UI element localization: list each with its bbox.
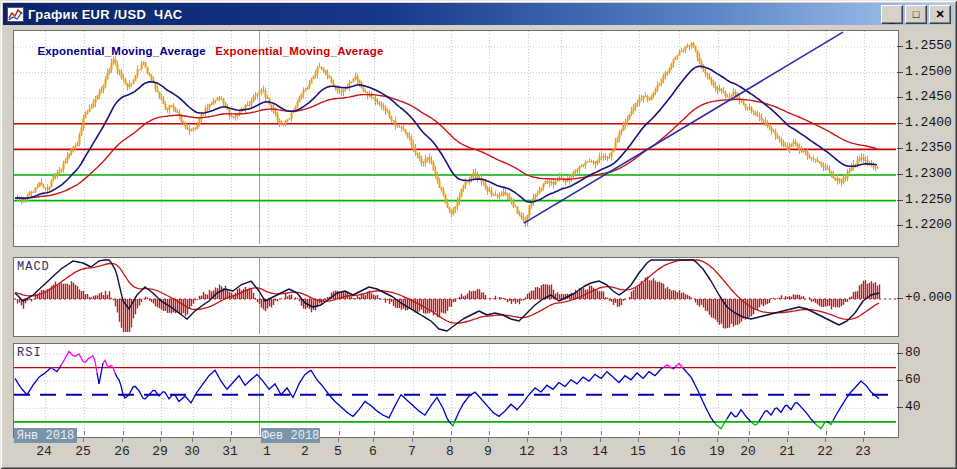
day-tick — [560, 437, 561, 442]
axis-tick-label: 60 — [905, 372, 921, 387]
rsi-label: RSI — [17, 346, 42, 360]
axis-tick — [897, 200, 903, 201]
day-label: 29 — [152, 444, 168, 459]
axis-tick — [897, 72, 903, 73]
day-label: 20 — [740, 444, 756, 459]
day-label: 14 — [592, 444, 608, 459]
axis-tick — [897, 380, 903, 381]
axis-tick-label: 40 — [905, 399, 921, 414]
day-label: 13 — [552, 444, 568, 459]
day-label: 23 — [855, 444, 871, 459]
day-tick — [748, 437, 749, 442]
axis-tick-label: 1.2400 — [905, 115, 952, 130]
axis-tick — [897, 46, 903, 47]
day-tick — [373, 437, 374, 442]
axis-tick-label: 1.2200 — [905, 217, 952, 232]
day-label: 2 — [301, 444, 309, 459]
day-label: 8 — [446, 444, 454, 459]
day-label: 15 — [630, 444, 646, 459]
axis-tick-label: 1.2350 — [905, 140, 952, 155]
day-tick — [825, 437, 826, 442]
day-label: 26 — [114, 444, 130, 459]
axis-tick — [897, 407, 903, 408]
chart-window: График EUR /USD ЧАС _ □ ✕ Exponential_Mo… — [0, 0, 957, 469]
axis-tick — [897, 148, 903, 149]
day-tick — [412, 437, 413, 442]
macd-label: MACD — [17, 260, 50, 274]
axis-tick — [897, 174, 903, 175]
day-label: 1 — [263, 444, 271, 459]
day-tick — [638, 437, 639, 442]
day-tick — [527, 437, 528, 442]
day-label: 5 — [334, 444, 342, 459]
axis-tick-label: 1.2550 — [905, 38, 952, 53]
day-tick — [717, 437, 718, 442]
day-label: 24 — [36, 444, 52, 459]
day-tick — [488, 437, 489, 442]
day-tick — [450, 437, 451, 442]
day-tick — [338, 437, 339, 442]
axis-tick-label: 1.2500 — [905, 64, 952, 79]
axis-tick — [897, 353, 903, 354]
axis-tick — [897, 298, 903, 299]
day-label: 7 — [408, 444, 416, 459]
day-tick — [230, 437, 231, 442]
day-tick — [678, 437, 679, 442]
day-tick — [787, 437, 788, 442]
month-box: Фев 2018 — [261, 428, 320, 443]
rsi-panel[interactable] — [13, 343, 899, 438]
ema-fast-legend-label: Exponential_Moving_Average — [37, 45, 209, 57]
day-tick — [863, 437, 864, 442]
day-label: 6 — [369, 444, 377, 459]
ema-legend: Exponential_Moving_Average Exponential_M… — [17, 33, 390, 69]
macd-chart-canvas[interactable] — [14, 258, 896, 334]
axis-tick — [897, 97, 903, 98]
day-label: 25 — [75, 444, 91, 459]
axis-tick-label: 1.2300 — [905, 166, 952, 181]
day-label: 21 — [779, 444, 795, 459]
axis-tick — [897, 225, 903, 226]
day-label: 9 — [484, 444, 492, 459]
day-tick — [160, 437, 161, 442]
day-label: 30 — [184, 444, 200, 459]
rsi-chart-canvas[interactable] — [14, 344, 896, 435]
day-tick — [600, 437, 601, 442]
ema-slow-legend-label: Exponential_Moving_Average — [215, 45, 383, 57]
day-label: 16 — [670, 444, 686, 459]
axis-tick-label: 1.2250 — [905, 192, 952, 207]
day-label: 22 — [817, 444, 833, 459]
axis-tick-label: +0.000 — [905, 290, 952, 305]
day-tick — [122, 437, 123, 442]
day-label: 31 — [222, 444, 238, 459]
day-tick — [83, 437, 84, 442]
axis-tick — [897, 123, 903, 124]
day-label: 19 — [709, 444, 725, 459]
axis-tick-label: 80 — [905, 345, 921, 360]
day-label: 12 — [519, 444, 535, 459]
month-box: Янв 2018 — [14, 428, 77, 443]
macd-panel[interactable] — [13, 257, 899, 337]
day-tick — [192, 437, 193, 442]
axis-tick-label: 1.2450 — [905, 89, 952, 104]
chart-client-area: Exponential_Moving_Average Exponential_M… — [0, 0, 957, 469]
